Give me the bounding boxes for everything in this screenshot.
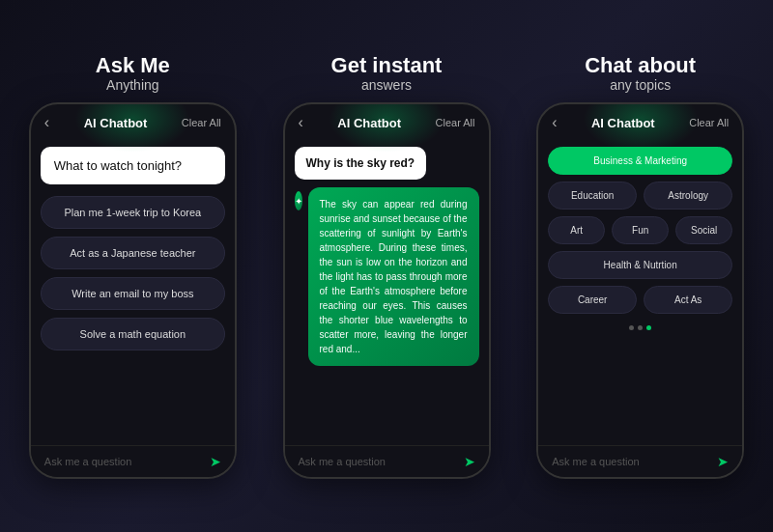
phone1: ‹ AI Chatbot Clear All What to watch ton…	[29, 102, 237, 479]
input-placeholder-1: Ask me a question	[44, 456, 132, 467]
question-bubble: Why is the sky red?	[295, 147, 427, 180]
search-box-1[interactable]: What to watch tonight?	[41, 147, 225, 184]
category-row-1: Business & Marketing	[548, 147, 732, 175]
phone2-header: ‹ AI Chatbot Clear All	[285, 104, 489, 139]
dot-3-active	[646, 325, 651, 330]
screen2-wrapper: Get instant answers ‹ AI Chatbot Clear A…	[266, 53, 508, 479]
back-button-3[interactable]: ‹	[552, 114, 557, 131]
category-actas[interactable]: Act As	[644, 286, 732, 314]
screen1-subtitle: Anything	[96, 77, 170, 93]
suggestion-2[interactable]: Act as a Japanese teacher	[41, 237, 225, 269]
phone3-content: Business & Marketing Education Astrology…	[538, 139, 742, 445]
phone3-title: AI Chatbot	[591, 116, 655, 130]
category-business[interactable]: Business & Marketing	[548, 147, 732, 175]
screen3-subtitle: any topics	[585, 77, 696, 93]
screen1-headline: Ask Me Anything	[96, 53, 170, 93]
dot-2	[638, 325, 643, 330]
screen3-headline: Chat about any topics	[585, 53, 696, 93]
category-astrology[interactable]: Astrology	[644, 182, 732, 210]
phone2: ‹ AI Chatbot Clear All Why is the sky re…	[283, 102, 491, 479]
category-education[interactable]: Education	[548, 182, 637, 210]
category-health[interactable]: Health & Nutrtion	[548, 251, 732, 279]
clear-button-1[interactable]: Clear All	[182, 117, 221, 128]
phone2-title: AI Chatbot	[337, 116, 401, 130]
category-art[interactable]: Art	[548, 216, 605, 244]
send-icon-1[interactable]: ➤	[210, 454, 221, 469]
phone3-header: ‹ AI Chatbot Clear All	[538, 104, 742, 139]
input-placeholder-3: Ask me a question	[552, 456, 640, 467]
phone1-title: AI Chatbot	[84, 116, 148, 130]
input-placeholder-2: Ask me a question	[299, 456, 386, 467]
screen3-title: Chat about	[585, 53, 696, 77]
bot-avatar: ✦	[295, 191, 302, 210]
phone3: ‹ AI Chatbot Clear All Business & Market…	[536, 102, 744, 479]
phone2-content: Why is the sky red? ✦ The sky can appear…	[285, 139, 489, 445]
screen2-title: Get instant	[331, 53, 443, 77]
send-icon-2[interactable]: ➤	[464, 454, 475, 469]
phone1-header: ‹ AI Chatbot Clear All	[31, 104, 235, 139]
app-container: Ask Me Anything ‹ AI Chatbot Clear All W…	[0, 0, 773, 532]
suggestion-4[interactable]: Solve a math equation	[41, 318, 225, 350]
phone1-content: What to watch tonight? Plan me 1-week tr…	[31, 139, 235, 445]
answer-bubble: The sky can appear red during sunrise an…	[308, 187, 479, 366]
page-dots	[548, 325, 732, 330]
category-row-2: Education Astrology	[548, 182, 732, 210]
clear-button-3[interactable]: Clear All	[689, 117, 729, 128]
phone1-input-bar: Ask me a question ➤	[31, 445, 235, 477]
screen2-headline: Get instant answers	[331, 53, 443, 93]
screen1-title: Ask Me	[96, 53, 170, 77]
suggestion-1[interactable]: Plan me 1-week trip to Korea	[41, 196, 225, 229]
screen3-wrapper: Chat about any topics ‹ AI Chatbot Clear…	[519, 53, 761, 479]
category-row-4: Health & Nutrtion	[548, 251, 732, 279]
category-row-3: Art Fun Social	[548, 216, 732, 244]
screen1-wrapper: Ask Me Anything ‹ AI Chatbot Clear All W…	[12, 53, 254, 479]
category-row-5: Career Act As	[548, 286, 732, 314]
clear-button-2[interactable]: Clear All	[436, 117, 475, 128]
back-button-2[interactable]: ‹	[299, 114, 303, 131]
category-career[interactable]: Career	[548, 286, 637, 314]
category-grid: Business & Marketing Education Astrology…	[548, 147, 732, 314]
phone2-input-bar: Ask me a question ➤	[285, 445, 489, 477]
send-icon-3[interactable]: ➤	[717, 454, 729, 469]
suggestion-3[interactable]: Write an email to my boss	[41, 277, 225, 310]
phone3-input-bar: Ask me a question ➤	[538, 445, 742, 477]
dot-1	[629, 325, 634, 330]
category-fun[interactable]: Fun	[612, 216, 669, 244]
screen2-subtitle: answers	[331, 77, 443, 93]
category-social[interactable]: Social	[675, 216, 732, 244]
back-button-1[interactable]: ‹	[44, 114, 49, 131]
